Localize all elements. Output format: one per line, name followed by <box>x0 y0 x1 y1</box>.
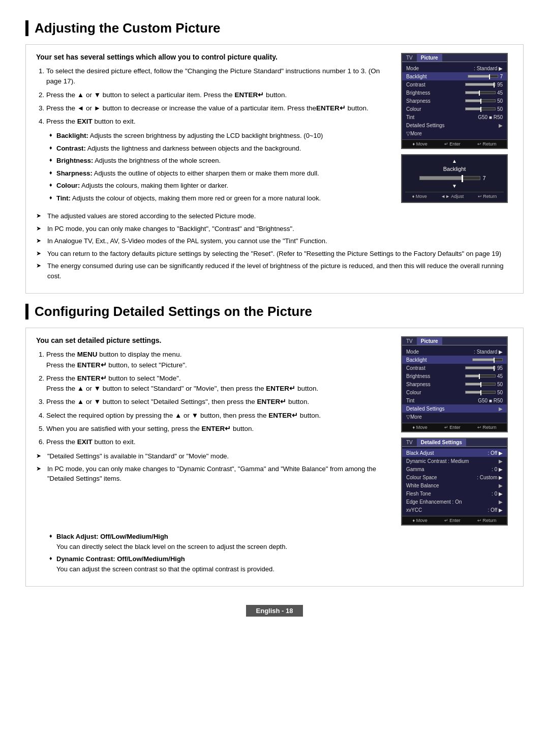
s2-step-4: Select the required option by pressing t… <box>46 411 391 421</box>
tv-detail-header-bar: TV Detailed Settings <box>402 439 507 447</box>
section2-notes: "Detailed Settings" is available in "Sta… <box>36 451 391 484</box>
page-footer: English - 18 <box>25 602 524 620</box>
note-5: The energy consumed during use can be si… <box>36 261 513 281</box>
bullet-sharpness: Sharpness: Adjusts the outline of object… <box>49 168 391 179</box>
section1-steps: To select the desired picture effect, fo… <box>36 66 391 127</box>
d-row-gamma: Gamma : 0 ▶ <box>402 465 507 473</box>
section1-notes: The adjusted values are stored according… <box>36 211 513 281</box>
section2: Configuring Detailed Settings on the Pic… <box>25 304 524 587</box>
tv-detail-tab-tv: TV <box>402 439 417 446</box>
tv-menu-1: Mode : Standard ▶ Backlight 7 <box>402 62 507 139</box>
section1-title: Adjusting the Custom Picture <box>25 20 524 36</box>
tv-row-brightness: Brightness 45 <box>402 89 507 97</box>
tv-backlight-label: Backlight <box>405 166 504 172</box>
s2-step-1: Press the MENU button to display the men… <box>46 350 391 370</box>
tv-footer-1: ♦ Move ↵ Enter ↩ Return <box>402 139 507 148</box>
s2-row-contrast: Contrast 95 <box>402 364 507 372</box>
tv-row-colour: Colour 50 <box>402 105 507 113</box>
s2-row-detailed: Detailed Settings ▶ <box>402 404 507 413</box>
tv-row-tint: Tint G50 ■ R50 <box>402 113 507 121</box>
s2-note-2: In PC mode, you can only make changes to… <box>36 464 391 484</box>
tv-header-1: TV Picture <box>402 54 507 62</box>
bullet-tint: Tint: Adjusts the colour of objects, mak… <box>49 193 391 203</box>
section2-bullets: Black Adjust: Off/Low/Medium/High You ca… <box>41 532 513 574</box>
d-row-fleshtone: Flesh Tone : 0 ▶ <box>402 489 507 498</box>
section2-title: Configuring Detailed Settings on the Pic… <box>25 304 524 319</box>
s2-row-sharpness: Sharpness 50 <box>402 380 507 388</box>
note-4: You can return to the factory defaults p… <box>36 249 513 259</box>
s2-bullet-dynamic: Dynamic Contrast: Off/Low/Medium/High Yo… <box>49 554 513 574</box>
d-row-colourspace: Colour Space : Custom ▶ <box>402 473 507 481</box>
note-2: In PC mode, you can only make changes to… <box>36 224 513 234</box>
tv-tab-tv: TV <box>402 54 417 62</box>
tv-tab-picture: Picture <box>417 54 442 62</box>
s2-step-2: Press the ENTER↵ button to select "Mode"… <box>46 373 391 394</box>
step-2: Press the ▲ or ▼ button to select a part… <box>46 90 391 100</box>
section2-layout: You can set detailed picture settings. P… <box>36 336 513 526</box>
section1-content: Your set has several settings which allo… <box>36 53 391 207</box>
footer-badge: English - 18 <box>246 605 303 617</box>
section1: Adjusting the Custom Picture Your set ha… <box>25 20 524 294</box>
tv-row-more: ▽More <box>402 129 507 137</box>
tv-menu-s2: Mode : Standard ▶ Backlight <box>402 345 507 423</box>
s2-step-5: When you are satisfied with your setting… <box>46 424 391 434</box>
step-1: To select the desired picture effect, fo… <box>46 66 391 87</box>
tv-screen-2: ▲ Backlight 7 ▼ <box>401 154 508 203</box>
tv-screen-1: TV Picture Mode : Standard ▶ Backlight <box>401 53 508 149</box>
d-row-whitebalance: White Balance ▶ <box>402 481 507 489</box>
section1-box: Your set has several settings which allo… <box>25 44 524 294</box>
section1-layout: Your set has several settings which allo… <box>36 53 513 207</box>
s2-row-colour: Colour 50 <box>402 388 507 396</box>
s2-note-1: "Detailed Settings" is available in "Sta… <box>36 451 391 461</box>
note-3: In Analogue TV, Ext., AV, S-Video modes … <box>36 236 513 246</box>
tv-detail-tab-label: Detailed Settings <box>417 439 466 446</box>
d-row-dynamic: Dynamic Contrast : Medium ▶ <box>402 457 507 465</box>
section1-screens: TV Picture Mode : Standard ▶ Backlight <box>401 53 513 203</box>
tv-header-s2: TV Picture <box>402 337 507 345</box>
section2-content: You can set detailed picture settings. P… <box>36 336 391 488</box>
step-4: Press the EXIT button to exit. <box>46 117 391 127</box>
s2-step-6: Press the EXIT button to exit. <box>46 437 391 447</box>
section2-intro: You can set detailed picture settings. <box>36 336 391 344</box>
tv-row-sharpness: Sharpness 50 <box>402 97 507 105</box>
tv-footer-s2: ♦ Move ↵ Enter ↩ Return <box>402 423 507 431</box>
bullet-backlight: Backlight: Adjusts the screen brightness… <box>49 131 391 141</box>
d-row-black: Black Adjust : Off ▶ <box>402 449 507 457</box>
section2-steps: Press the MENU button to display the men… <box>36 350 391 447</box>
s2-row-brightness: Brightness 45 <box>402 372 507 380</box>
tv-row-mode: Mode : Standard ▶ <box>402 64 507 72</box>
s2-row-tint: Tint G50 ■ R50 <box>402 396 507 404</box>
tv-screen-s2-1: TV Picture Mode : Standard ▶ Backlight <box>401 336 508 432</box>
tv-row-backlight: Backlight 7 <box>402 72 507 80</box>
tv-backlight-footer: ♦ Move ◄► Adjust ↩ Return <box>405 192 504 199</box>
section2-screens: TV Picture Mode : Standard ▶ Backlight <box>401 336 513 526</box>
tv-row-contrast: Contrast 95 <box>402 80 507 89</box>
s2-step-3: Press the ▲ or ▼ button to select "Detai… <box>46 397 391 407</box>
tv-screen-s2-2: TV Detailed Settings Black Adjust : Off … <box>401 438 508 526</box>
bullet-brightness: Brightness: Adjusts the brightness of th… <box>49 156 391 166</box>
d-row-xvycc: xvYCC : Off ▶ <box>402 506 507 514</box>
s2-row-backlight: Backlight <box>402 356 507 364</box>
bullet-list-1: Backlight: Adjusts the screen brightness… <box>41 131 391 203</box>
s2-bullet-black: Black Adjust: Off/Low/Medium/High You ca… <box>49 532 513 551</box>
step-3: Press the ◄ or ► button to decrease or i… <box>46 103 391 113</box>
tv-backlight-bar: 7 <box>405 175 504 181</box>
tv-tab-picture-s2: Picture <box>417 337 442 345</box>
tv-tab-tv-s2: TV <box>402 337 417 345</box>
s2-row-mode: Mode : Standard ▶ <box>402 347 507 356</box>
d-row-edge: Edge Enhancement : On ▶ <box>402 498 507 506</box>
note-1: The adjusted values are stored according… <box>36 211 513 221</box>
tv-row-detailed: Detailed Settings ▶ <box>402 121 507 129</box>
section2-box: You can set detailed picture settings. P… <box>25 328 524 587</box>
bullet-contrast: Contrast: Adjusts the lightness and dark… <box>49 143 391 154</box>
tv-detail-footer: ♦ Move ↵ Enter ↩ Return <box>402 516 507 525</box>
section1-intro: Your set has several settings which allo… <box>36 53 391 61</box>
bullet-colour: Colour: Adjusts the colours, making them… <box>49 181 391 191</box>
s2-row-more: ▽More <box>402 413 507 421</box>
tv-detail-menu: Black Adjust : Off ▶ Dynamic Contrast : … <box>402 447 507 516</box>
